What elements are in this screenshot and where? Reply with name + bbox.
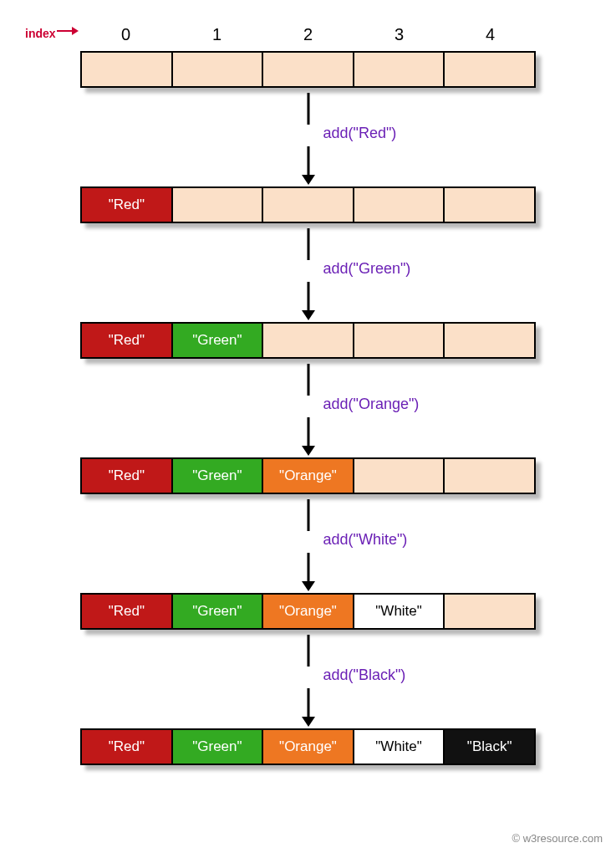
array-cell <box>354 459 445 493</box>
index-label: index <box>25 27 56 40</box>
arrow-down-icon <box>302 446 315 456</box>
array-cell <box>173 188 264 222</box>
operation-step-0: add("Red") <box>80 88 536 186</box>
array-state-3: "Red" "Green" "Orange" <box>80 457 566 494</box>
array-cell: "Green" <box>173 459 264 493</box>
operation-label: add("Red") <box>323 125 397 142</box>
array-cell: "Orange" <box>263 595 354 628</box>
index-cell: 1 <box>171 25 262 44</box>
array-cell <box>263 188 354 222</box>
index-arrow-icon <box>57 30 77 32</box>
operation-step-1: add("Green") <box>80 223 536 322</box>
array-cell <box>263 324 354 357</box>
array-cell: "Red" <box>82 188 173 222</box>
array-row <box>80 51 536 88</box>
array-row: "Red" "Green" "Orange" <box>80 457 536 494</box>
operation-label: add("Green") <box>323 260 411 278</box>
operation-label: add("Orange") <box>323 396 420 413</box>
array-cell: "Black" <box>445 730 534 764</box>
arrow-line <box>307 364 309 396</box>
array-cell: "Green" <box>173 595 264 628</box>
arrow-line <box>307 93 309 125</box>
array-cell <box>445 459 534 493</box>
index-cell: 4 <box>445 25 536 44</box>
array-cell: "White" <box>354 730 445 764</box>
array-cell: "Red" <box>82 459 173 493</box>
operation-label: add("White") <box>323 531 408 549</box>
array-cell <box>82 53 173 86</box>
array-cell: "Orange" <box>263 730 354 764</box>
arrow-line <box>307 146 309 178</box>
array-state-4: "Red" "Green" "Orange" "White" <box>80 593 566 630</box>
array-cell <box>445 53 534 86</box>
arrow-down-icon <box>302 175 315 185</box>
arrow-line <box>307 688 309 720</box>
array-cell: "Red" <box>82 595 173 628</box>
arrow-down-icon <box>302 310 315 320</box>
array-state-2: "Red" "Green" <box>80 322 566 359</box>
array-cell <box>354 324 445 357</box>
array-add-diagram: index 0 1 2 3 4 add("Red") "Red" <box>0 0 616 782</box>
array-row: "Red" "Green" "Orange" "White" <box>80 593 536 630</box>
arrow-down-icon <box>302 581 315 591</box>
array-row: "Red" "Green" "Orange" "White" "Black" <box>80 728 536 765</box>
array-cell <box>354 53 445 86</box>
array-cell <box>354 188 445 222</box>
array-cell <box>445 324 534 357</box>
array-cell <box>173 53 264 86</box>
arrow-line <box>307 499 309 531</box>
arrow-line <box>307 282 309 314</box>
index-cell: 2 <box>262 25 354 44</box>
operation-step-4: add("Black") <box>80 630 536 728</box>
arrow-line <box>307 635 309 667</box>
arrow-down-icon <box>302 717 315 727</box>
array-cell: "White" <box>354 595 445 628</box>
array-state-5: "Red" "Green" "Orange" "White" "Black" <box>80 728 566 765</box>
operation-label: add("Black") <box>323 667 406 684</box>
array-cell: "Red" <box>82 730 173 764</box>
credit-label: © w3resource.com <box>512 832 603 845</box>
array-row: "Red" <box>80 186 536 223</box>
array-cell <box>445 188 534 222</box>
array-state-0 <box>80 51 566 88</box>
array-row: "Red" "Green" <box>80 322 536 359</box>
index-row: 0 1 2 3 4 <box>80 25 566 44</box>
arrow-line <box>307 553 309 585</box>
arrow-line <box>307 417 309 449</box>
operation-step-3: add("White") <box>80 494 536 593</box>
index-cell: 0 <box>80 25 171 44</box>
array-cell <box>263 53 354 86</box>
array-cell: "Green" <box>173 324 264 357</box>
arrow-line <box>307 228 309 260</box>
operation-step-2: add("Orange") <box>80 359 536 457</box>
array-cell: "Green" <box>173 730 264 764</box>
index-cell: 3 <box>354 25 445 44</box>
array-cell <box>445 595 534 628</box>
array-state-1: "Red" <box>80 186 566 223</box>
array-cell: "Orange" <box>263 459 354 493</box>
array-cell: "Red" <box>82 324 173 357</box>
